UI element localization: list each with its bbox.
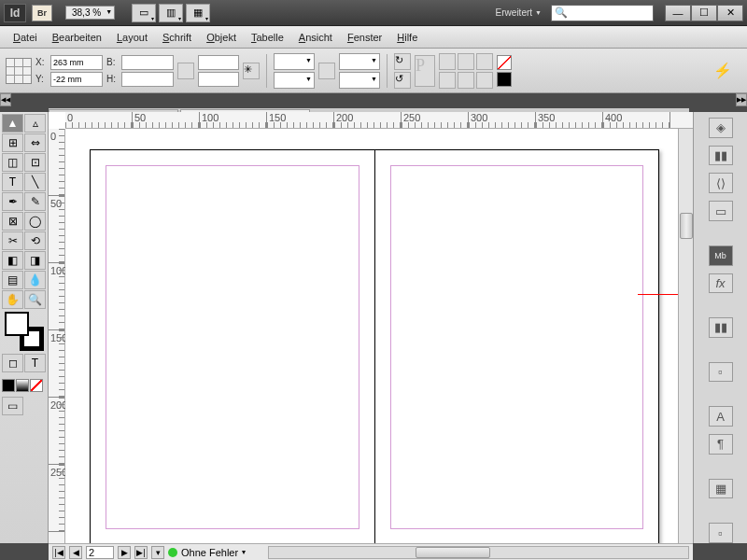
minimize-button[interactable]: — [665, 5, 691, 21]
vertical-ruler[interactable]: 050100150200250 [49, 129, 65, 543]
cell-styles-icon[interactable]: ▫ [709, 523, 733, 543]
scissors-tool[interactable]: ✂ [2, 231, 23, 250]
gradient-tool[interactable]: ◧ [2, 251, 23, 270]
direct-selection-tool[interactable]: ▵ [24, 114, 46, 133]
pen-tool[interactable]: ✒ [2, 192, 23, 211]
y-input[interactable]: -22 mm [50, 72, 103, 87]
stroke-style[interactable] [339, 72, 380, 89]
stroke-weight[interactable] [339, 53, 380, 70]
align-1[interactable] [439, 53, 456, 70]
note-tool[interactable]: ▤ [2, 271, 23, 289]
close-button[interactable]: ✕ [717, 5, 743, 21]
first-page-button[interactable]: |◀ [52, 546, 65, 559]
shear-input[interactable] [274, 72, 315, 89]
menu-datei[interactable]: Datei [6, 29, 45, 46]
apply-color-icon[interactable] [2, 379, 15, 392]
minibridge-panel-icon[interactable]: Mb [709, 245, 733, 266]
flip-h-icon[interactable] [318, 63, 335, 79]
preflight-status-icon[interactable] [168, 548, 177, 557]
last-page-button[interactable]: ▶| [134, 546, 148, 559]
content-tool[interactable]: ◫ [2, 153, 23, 172]
fill-none-icon[interactable] [497, 55, 512, 70]
reference-point[interactable] [6, 58, 32, 84]
maximize-button[interactable]: ☐ [691, 5, 717, 21]
next-page-button[interactable]: ▶ [118, 546, 131, 559]
menu-tabelle[interactable]: Tabelle [244, 29, 291, 46]
h-input[interactable] [121, 72, 174, 87]
align-4[interactable] [439, 72, 456, 89]
page-number-input[interactable]: 2 [86, 546, 114, 559]
bridge-button[interactable]: Br [32, 5, 52, 21]
align-5[interactable] [458, 72, 474, 89]
workspace-switcher[interactable]: Erweitert [496, 7, 542, 18]
type-tool[interactable]: T [2, 173, 23, 191]
fill-black-icon[interactable] [497, 72, 512, 87]
arrange-docs-button[interactable]: ▦▾ [186, 4, 210, 22]
rotate-cw-icon[interactable]: ↻ [394, 53, 411, 70]
scale-y-input[interactable] [198, 72, 239, 87]
page-right[interactable] [374, 150, 659, 543]
ellipse-tool[interactable]: ◯ [24, 212, 46, 231]
horizontal-ruler[interactable]: 050100150200250300350400 [65, 112, 693, 129]
transform-tool[interactable]: ⟲ [24, 231, 46, 250]
align-6[interactable] [476, 72, 493, 89]
text-wrap-icon[interactable]: P [415, 55, 435, 87]
zoom-tool[interactable]: 🔍 [24, 290, 46, 309]
rect-frame-tool[interactable]: ⊠ [2, 212, 23, 231]
object-styles-icon[interactable]: ▫ [709, 362, 733, 383]
pasteboard[interactable] [65, 129, 678, 543]
table-panel-icon[interactable]: ▦ [709, 479, 733, 499]
selection-tool[interactable]: ▲ [2, 114, 23, 133]
prev-page-button[interactable]: ◀ [69, 546, 82, 559]
view-mode-normal[interactable]: ▭ [2, 397, 23, 415]
quick-apply-icon[interactable]: ⚡ [713, 62, 732, 79]
constrain-icon[interactable] [177, 63, 194, 79]
links-panel-icon[interactable]: ⟨⟩ [709, 173, 733, 193]
apply-gradient-icon[interactable] [16, 379, 29, 392]
open-dropdown[interactable]: ▾ [151, 546, 164, 559]
view-options-button[interactable]: ▥▾ [159, 4, 183, 22]
vertical-scrollbar[interactable] [678, 129, 693, 543]
page-tool[interactable]: ⊞ [2, 133, 23, 152]
rotate-ccw-icon[interactable]: ↺ [394, 72, 411, 89]
menu-bearbeiten[interactable]: Bearbeiten [45, 29, 109, 46]
gap-tool[interactable]: ⇔ [24, 133, 46, 152]
screen-mode-button[interactable]: ▭▾ [132, 4, 156, 22]
character-panel-icon[interactable]: A [709, 406, 733, 427]
eyedropper-tool[interactable]: 💧 [24, 271, 46, 289]
search-field[interactable]: 🔍 [551, 5, 654, 21]
menu-hilfe[interactable]: Hilfe [389, 29, 425, 46]
menu-fenster[interactable]: Fenster [340, 29, 389, 46]
align-3[interactable] [476, 53, 493, 70]
paragraph-panel-icon[interactable]: ¶ [709, 434, 733, 455]
menu-objekt[interactable]: Objekt [199, 29, 244, 46]
menu-ansicht[interactable]: Ansicht [291, 29, 340, 46]
hand-tool[interactable]: ✋ [2, 290, 23, 309]
content-place-tool[interactable]: ⊡ [24, 153, 46, 172]
pages-panel-icon[interactable]: ▭ [709, 201, 733, 221]
scale-link-icon[interactable]: ✳ [243, 63, 260, 79]
x-input[interactable]: 263 mm [50, 55, 103, 70]
collapse-left-icon[interactable]: ◀◀ [0, 93, 11, 106]
align-2[interactable] [458, 53, 474, 70]
collapse-right-icon[interactable]: ▶▶ [736, 93, 747, 106]
paragraph-styles-icon[interactable]: ▮▮ [709, 317, 733, 338]
menu-layout[interactable]: Layout [109, 29, 155, 46]
rotate-input[interactable] [274, 53, 315, 70]
layers-panel-icon[interactable]: ◈ [709, 118, 733, 138]
scroll-thumb[interactable] [680, 213, 693, 239]
format-text-icon[interactable]: T [24, 354, 46, 372]
pencil-tool[interactable]: ✎ [24, 192, 46, 211]
scroll-thumb[interactable] [416, 547, 490, 558]
format-container-icon[interactable]: ◻ [2, 354, 23, 372]
horizontal-scrollbar[interactable] [268, 546, 689, 559]
w-input[interactable] [121, 55, 174, 70]
effects-panel-icon[interactable]: fx [709, 273, 733, 294]
line-tool[interactable]: ╲ [24, 173, 46, 191]
library-panel-icon[interactable]: ▮▮ [709, 146, 733, 166]
page-left[interactable] [91, 150, 374, 543]
scale-x-input[interactable] [198, 55, 239, 70]
fill-stroke-proxy[interactable] [5, 312, 44, 351]
apply-none-icon[interactable] [30, 379, 43, 392]
gradient-feather-tool[interactable]: ◨ [24, 251, 46, 270]
